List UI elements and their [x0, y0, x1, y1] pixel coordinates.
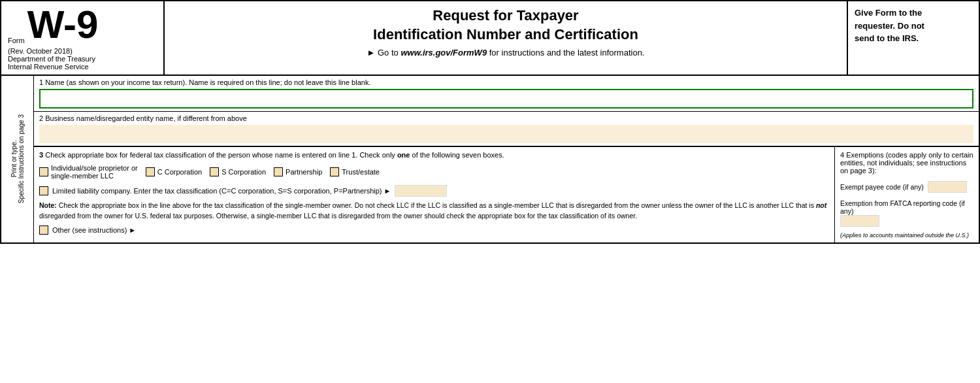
line4-section: 4 Exemptions (codes apply only to certai…	[835, 147, 979, 242]
goto-label: ► Go to	[367, 48, 399, 58]
other-text: Other (see instructions) ►	[52, 226, 136, 234]
checkbox-individual-box[interactable]	[39, 167, 48, 176]
header-left: Form W-9 (Rev. October 2018) Department …	[1, 1, 165, 75]
line3-number: 3	[39, 151, 43, 159]
checkbox-individual: Individual/sole proprietor orsingle-memb…	[39, 164, 138, 180]
header-center: Request for Taxpayer Identification Numb…	[165, 1, 848, 75]
line3-one: one	[397, 151, 410, 159]
checkbox-c-corp-label: C Corporation	[157, 168, 202, 176]
checkbox-partnership: Partnership	[274, 167, 322, 176]
note-part1: Check the appropriate box in the line ab…	[59, 201, 816, 209]
applies-text: (Applies to accounts maintained outside …	[840, 232, 973, 239]
goto-text: ► Go to www.irs.gov/FormW9 for instructi…	[178, 48, 834, 58]
main-title: Request for Taxpayer Identification Numb…	[178, 7, 834, 44]
side-label-text: Print or type. Specific Instructions on …	[10, 114, 25, 203]
fatca-input[interactable]	[840, 215, 879, 227]
checkbox-partnership-label: Partnership	[286, 168, 322, 176]
line4-header: 4 Exemptions (codes apply only to certai…	[840, 151, 973, 175]
main-content: 1 Name (as shown on your income tax retu…	[34, 76, 979, 242]
rev-date: (Rev. October 2018)	[8, 47, 157, 55]
right-text-2: requester. Do not	[855, 21, 924, 31]
exempt-input[interactable]	[928, 181, 967, 193]
checkbox-s-corp-box[interactable]	[210, 167, 219, 176]
checkbox-s-corp-label: S Corporation	[221, 168, 266, 176]
llc-input[interactable]	[395, 185, 447, 197]
form-header: Form W-9 (Rev. October 2018) Department …	[1, 1, 979, 76]
line1-label: 1 Name (as shown on your income tax retu…	[39, 78, 973, 86]
checkbox-trust-label: Trust/estate	[342, 168, 380, 176]
line3-section: 3 Check appropriate box for federal tax …	[34, 147, 835, 242]
goto-suffix: for instructions and the latest informat…	[489, 48, 645, 58]
goto-url: www.irs.gov/FormW9	[400, 48, 487, 58]
form-number: W-9	[27, 5, 99, 44]
department: Department of the Treasury	[8, 55, 157, 63]
other-checkbox-box[interactable]	[39, 225, 48, 235]
line3-text: Check appropriate box for federal tax cl…	[45, 151, 397, 159]
checkbox-trust: Trust/estate	[330, 167, 380, 176]
llc-text: Limited liability company. Enter the tax…	[52, 187, 391, 195]
irs: Internal Revenue Service	[8, 63, 157, 71]
exempt-label: Exempt payee code (if any)	[840, 183, 924, 191]
line1-section: 1 Name (as shown on your income tax retu…	[34, 76, 979, 112]
checkbox-partnership-box[interactable]	[274, 167, 283, 176]
fatca-label: Exemption from FATCA reporting code (if …	[840, 199, 973, 215]
line34-row: 3 Check appropriate box for federal tax …	[34, 146, 979, 242]
checkbox-trust-box[interactable]	[330, 167, 339, 176]
form-w9: Form W-9 (Rev. October 2018) Department …	[0, 0, 980, 244]
line1-input[interactable]	[39, 89, 973, 108]
form-label: Form	[8, 37, 25, 44]
line2-label: 2 Business name/disregarded entity name,…	[39, 114, 973, 122]
specific-instructions: Specific Instructions on page 3	[18, 114, 25, 203]
checkbox-c-corp-box[interactable]	[146, 167, 155, 176]
checkbox-individual-label: Individual/sole proprietor orsingle-memb…	[51, 164, 138, 180]
note-part2: disregarded from the owner for U.S. fede…	[39, 212, 637, 220]
line3-suffix: of the following seven boxes.	[412, 151, 504, 159]
title-line2: Identification Number and Certification	[373, 26, 638, 42]
right-text-3: send to the IRS.	[855, 33, 919, 43]
right-text-1: Give Form to the	[855, 8, 922, 18]
line3-header: 3 Check appropriate box for federal tax …	[39, 151, 829, 159]
note-bold: Note:	[39, 201, 57, 209]
line2-input[interactable]	[39, 125, 973, 143]
checkboxes-row: Individual/sole proprietor orsingle-memb…	[39, 164, 829, 180]
form-body: Print or type. Specific Instructions on …	[1, 76, 979, 242]
llc-row: Limited liability company. Enter the tax…	[39, 185, 829, 197]
header-right: Give Form to the requester. Do not send …	[848, 1, 979, 75]
fatca-row: Exemption from FATCA reporting code (if …	[840, 199, 973, 227]
other-row: Other (see instructions) ►	[39, 225, 829, 235]
checkbox-c-corp: C Corporation	[146, 167, 202, 176]
side-label-container: Print or type. Specific Instructions on …	[1, 76, 34, 242]
print-or-type: Print or type.	[10, 141, 18, 178]
note-text: Note: Check the appropriate box in the l…	[39, 201, 829, 222]
title-line1: Request for Taxpayer	[433, 7, 578, 24]
note-not: not	[816, 201, 826, 209]
llc-checkbox-box[interactable]	[39, 186, 48, 195]
exempt-row: Exempt payee code (if any)	[840, 181, 973, 193]
checkbox-s-corp: S Corporation	[210, 167, 266, 176]
line2-section: 2 Business name/disregarded entity name,…	[34, 112, 979, 146]
